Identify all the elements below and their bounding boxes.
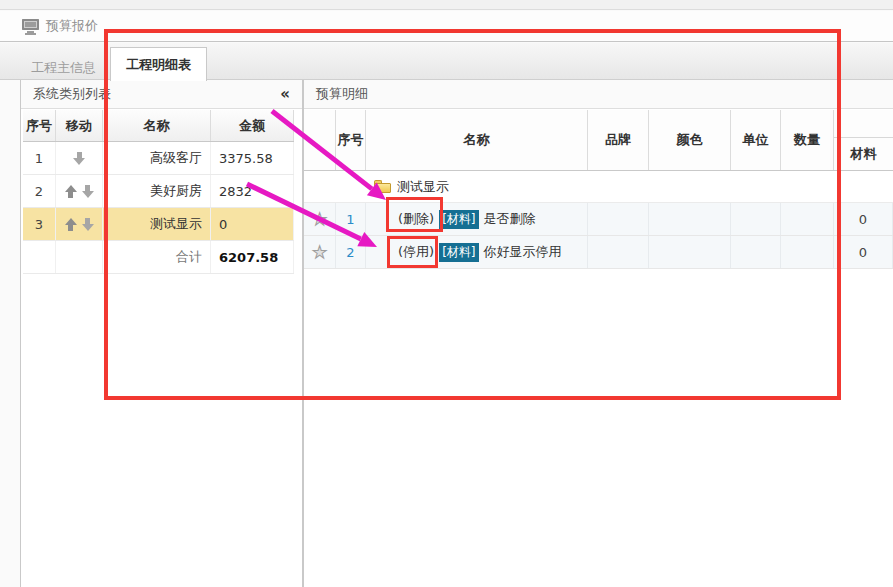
category-row-selected[interactable]: 3 测试显示 0 bbox=[23, 208, 294, 241]
unit-cell bbox=[731, 203, 781, 235]
category-table: 序号 移动 名称 金额 1 高级客厅 3375.58 2 bbox=[23, 110, 294, 274]
favorite-star-icon[interactable]: ★ bbox=[312, 244, 327, 261]
qty-cell bbox=[781, 236, 834, 268]
material-value: 0 bbox=[834, 236, 893, 268]
col-amount: 金额 bbox=[211, 110, 294, 141]
col-material: 材料 bbox=[834, 137, 893, 170]
col-no: 序号 bbox=[23, 110, 56, 141]
col-move: 移动 bbox=[56, 110, 103, 141]
category-row[interactable]: 1 高级客厅 3375.58 bbox=[23, 142, 294, 175]
row-number-link[interactable]: 2 bbox=[336, 236, 366, 268]
category-amount: 2832 bbox=[211, 175, 294, 207]
col-unit: 单位 bbox=[731, 110, 781, 170]
item-name: 你好显示停用 bbox=[484, 243, 562, 261]
budget-detail-panel: 预算明细 序号 名称 品牌 颜色 单位 数量 材料 测试显示 ★ 1 ( bbox=[302, 80, 893, 587]
material-badge: [材料] bbox=[439, 210, 478, 229]
row-number-link[interactable]: 1 bbox=[336, 203, 366, 235]
category-amount: 0 bbox=[211, 208, 294, 240]
tab-project-main-info[interactable]: 工程主信息 bbox=[31, 59, 96, 81]
tab-project-detail-sheet[interactable]: 工程明细表 bbox=[110, 47, 207, 81]
color-cell bbox=[649, 236, 731, 268]
detail-row[interactable]: ★ 2 (停用) [材料] 你好显示停用 0 bbox=[304, 236, 893, 269]
favorite-star-icon[interactable]: ★ bbox=[312, 211, 327, 228]
category-table-header: 序号 移动 名称 金额 bbox=[23, 110, 294, 142]
category-name: 美好厨房 bbox=[103, 175, 211, 207]
budget-table-header: 序号 名称 品牌 颜色 单位 数量 材料 bbox=[304, 110, 893, 171]
brand-cell bbox=[588, 236, 649, 268]
move-down-button[interactable] bbox=[82, 218, 94, 231]
move-down-button[interactable] bbox=[73, 152, 85, 165]
right-panel-title: 预算明细 bbox=[316, 85, 368, 103]
collapse-panel-button[interactable]: « bbox=[280, 85, 290, 103]
left-panel-title: 系统类别列表 bbox=[33, 85, 111, 103]
col-color: 颜色 bbox=[649, 110, 731, 170]
col-name: 名称 bbox=[366, 110, 588, 170]
category-total-row: 合计 6207.58 bbox=[23, 241, 294, 274]
top-divider bbox=[0, 0, 893, 10]
category-row[interactable]: 2 美好厨房 2832 bbox=[23, 175, 294, 208]
status-text: (停用) bbox=[398, 243, 434, 261]
material-badge: [材料] bbox=[439, 243, 478, 262]
system-category-panel: 系统类别列表 « 序号 移动 名称 金额 1 高级客厅 3375.58 2 bbox=[20, 80, 302, 587]
brand-cell bbox=[588, 203, 649, 235]
item-name: 是否删除 bbox=[484, 210, 536, 228]
group-row[interactable]: 测试显示 bbox=[304, 171, 893, 203]
toolbar: 预算报价 bbox=[0, 11, 893, 42]
material-value: 0 bbox=[834, 203, 893, 235]
move-up-button[interactable] bbox=[65, 218, 77, 231]
category-amount: 3375.58 bbox=[211, 142, 294, 174]
monitor-icon bbox=[22, 19, 39, 34]
move-down-button[interactable] bbox=[82, 185, 94, 198]
move-up-button[interactable] bbox=[65, 185, 77, 198]
page-title: 预算报价 bbox=[46, 17, 98, 35]
status-text: (删除) bbox=[398, 210, 434, 228]
qty-cell bbox=[781, 203, 834, 235]
budget-detail-table: 序号 名称 品牌 颜色 单位 数量 材料 测试显示 ★ 1 (删除) [材料] … bbox=[304, 110, 893, 269]
category-name: 高级客厅 bbox=[103, 142, 211, 174]
total-label: 合计 bbox=[103, 241, 211, 273]
tab-strip: 工程主信息 工程明细表 bbox=[0, 43, 893, 80]
col-name: 名称 bbox=[103, 110, 211, 141]
left-panel-header: 系统类别列表 « bbox=[21, 80, 302, 109]
folder-icon bbox=[374, 180, 391, 193]
unit-cell bbox=[731, 236, 781, 268]
col-material-group: 材料 bbox=[834, 110, 893, 170]
col-no: 序号 bbox=[336, 110, 366, 170]
total-value: 6207.58 bbox=[211, 241, 294, 273]
col-favorite bbox=[304, 110, 336, 170]
col-brand: 品牌 bbox=[588, 110, 649, 170]
color-cell bbox=[649, 203, 731, 235]
col-qty: 数量 bbox=[781, 110, 834, 170]
category-name: 测试显示 bbox=[103, 208, 211, 240]
group-label: 测试显示 bbox=[397, 178, 449, 196]
right-panel-header: 预算明细 bbox=[304, 80, 893, 109]
detail-row[interactable]: ★ 1 (删除) [材料] 是否删除 0 bbox=[304, 203, 893, 236]
